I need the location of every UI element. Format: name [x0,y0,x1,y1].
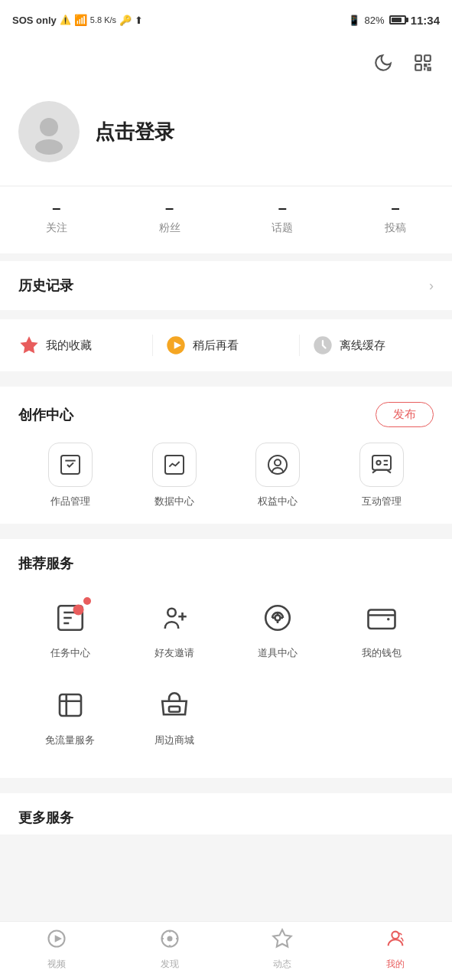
nav-discover[interactable]: 发现 [113,928,226,971]
offline-icon [312,335,333,356]
svg-point-17 [167,609,176,617]
rights-label: 权益中心 [258,495,298,508]
works-management[interactable]: 作品管理 [48,443,93,508]
more-section: 更多服务 [0,793,452,835]
fans-value: – [165,199,174,217]
discover-nav-label: 发现 [161,958,179,971]
divider-1 [0,253,452,261]
status-right: 📱 82% 11:34 [348,14,440,27]
top-toolbar [0,40,452,86]
svg-point-18 [266,606,291,630]
phone-icon: 📱 [348,15,360,26]
chevron-right-icon: › [429,278,434,294]
friend-icon [152,596,197,640]
night-mode-button[interactable] [369,49,397,77]
nav-spacer [0,835,452,896]
svg-point-19 [275,616,281,621]
nav-mine[interactable]: 我的 [339,928,452,971]
services-row-1: 任务中心 好友邀请 [18,588,434,668]
free-traffic[interactable]: 免流量服务 [18,675,122,755]
fans-label: 粉丝 [159,221,180,235]
bottom-nav: 视频 发现 动态 我的 [0,921,452,980]
creation-title: 创作中心 [18,406,73,424]
props-icon [255,596,300,640]
stat-topic[interactable]: – 话题 [272,199,293,235]
creation-header: 创作中心 发布 [18,402,434,427]
bookmark-watchlater[interactable]: 稍后再看 [165,335,300,356]
wallet-icon [359,596,404,640]
divider-4 [0,524,452,531]
sim-icon: 🔑 [119,15,132,26]
task-center[interactable]: 任务中心 [18,588,122,668]
svg-point-3 [40,118,58,136]
services-title: 推荐服务 [18,554,434,573]
sos-text: SOS only [12,15,57,26]
scan-button[interactable] [409,49,437,77]
alert-icon: ⚠️ [60,15,71,25]
creation-section: 创作中心 发布 作品管理 数据中心 [0,387,452,524]
works-icon [48,443,93,487]
peripheral-mall[interactable]: 周边商城 [122,675,226,755]
follow-label: 关注 [46,221,67,235]
svg-rect-20 [369,610,395,629]
video-nav-label: 视频 [47,958,66,971]
discover-nav-icon [159,928,180,955]
friend-icon-wrap [152,596,197,640]
time-text: 11:34 [411,14,440,27]
offline-label: 离线缓存 [340,338,385,353]
friend-invite[interactable]: 好友邀请 [122,588,226,668]
stat-post[interactable]: – 投稿 [385,199,406,235]
mall-label: 周边商城 [154,733,194,747]
svg-rect-21 [60,694,81,716]
svg-marker-27 [274,929,291,946]
task-badge [83,597,91,605]
nav-dynamic[interactable]: 动态 [226,928,340,971]
interaction-management[interactable]: 互动管理 [359,443,404,508]
stat-follow[interactable]: – 关注 [46,199,67,235]
svg-rect-0 [415,55,421,61]
avatar [18,101,80,162]
svg-point-26 [167,936,172,942]
more-title: 更多服务 [18,810,73,825]
bookmarks-section: 我的收藏 稍后再看 离线缓存 [0,319,452,371]
watchlater-label: 稍后再看 [193,338,239,353]
bookmark-offline[interactable]: 离线缓存 [312,335,434,356]
upload-icon: ⬆ [135,15,143,26]
topic-label: 话题 [272,221,293,235]
stats-section: – 关注 – 粉丝 – 话题 – 投稿 [0,187,452,253]
interaction-icon [359,443,404,487]
rights-icon [255,443,300,487]
interaction-label: 互动管理 [362,495,402,508]
props-icon-wrap [255,596,300,640]
props-center[interactable]: 道具中心 [226,588,330,668]
history-title: 历史记录 [18,276,73,295]
publish-button[interactable]: 发布 [376,402,434,427]
data-label: 数据中心 [154,495,194,508]
wifi-icon: 📶 [74,14,87,26]
nav-video[interactable]: 视频 [0,928,113,971]
my-wallet[interactable]: 我的钱包 [330,588,434,668]
history-section[interactable]: 历史记录 › [0,261,452,310]
follow-value: – [52,199,60,217]
data-icon [152,443,197,487]
svg-rect-2 [415,64,421,70]
svg-point-14 [376,461,380,465]
post-label: 投稿 [385,221,406,235]
svg-point-12 [275,459,281,466]
divider-5 [0,778,452,786]
rights-center[interactable]: 权益中心 [255,443,300,508]
profile-section[interactable]: 点击登录 [0,86,452,185]
svg-marker-24 [55,935,62,942]
svg-point-11 [268,456,287,474]
mine-nav-icon [385,928,406,955]
mall-icon-wrap [152,683,197,727]
video-nav-icon [46,928,67,955]
post-value: – [392,199,400,217]
svg-marker-5 [20,336,37,353]
stat-fans[interactable]: – 粉丝 [159,199,180,235]
bookmark-favorites[interactable]: 我的收藏 [18,335,153,356]
traffic-icon-wrap [48,683,93,727]
login-text[interactable]: 点击登录 [95,119,174,145]
data-center[interactable]: 数据中心 [152,443,197,508]
svg-point-4 [35,139,63,155]
